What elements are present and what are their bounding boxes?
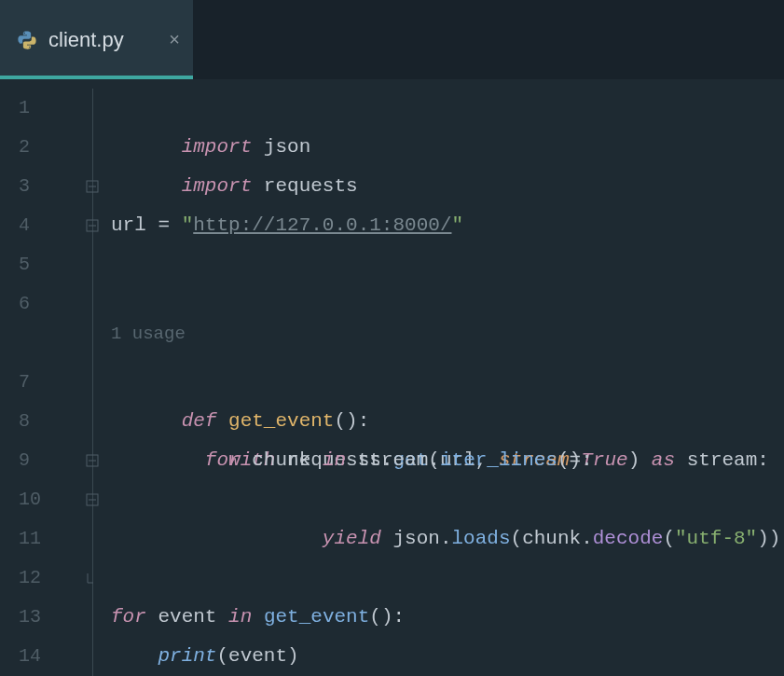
code-area[interactable]: import json import requests url = "http:… bbox=[89, 79, 784, 676]
line-number[interactable]: 14 bbox=[0, 637, 89, 676]
code-line[interactable] bbox=[89, 245, 784, 284]
code-line[interactable]: def get_event(): bbox=[89, 363, 784, 402]
code-line[interactable]: with requests.get(url, stream=True) as s… bbox=[89, 402, 784, 441]
tab-client-py[interactable]: client.py × bbox=[0, 0, 193, 79]
usage-hint-row: 1 usage bbox=[89, 324, 784, 363]
code-line[interactable]: import json bbox=[89, 89, 784, 128]
fold-icon[interactable] bbox=[86, 415, 99, 428]
tab-bar: client.py × bbox=[0, 0, 784, 79]
editor: 1 2 3 4 5 6 7 8 9 10 11 12 13 14 import … bbox=[0, 79, 784, 676]
fold-icon[interactable] bbox=[86, 141, 99, 154]
code-line[interactable] bbox=[89, 519, 784, 559]
line-number[interactable]: 11 bbox=[0, 519, 89, 559]
line-number[interactable]: 5 bbox=[0, 245, 89, 284]
code-line[interactable] bbox=[89, 559, 784, 598]
line-number[interactable]: 12 bbox=[0, 559, 89, 598]
code-line[interactable]: yield json.loads(chunk.decode("utf-8")) bbox=[89, 480, 784, 519]
fold-icon[interactable] bbox=[86, 102, 99, 115]
code-line[interactable]: print(event) bbox=[89, 637, 784, 676]
fold-end-icon[interactable] bbox=[86, 493, 99, 506]
usage-hint[interactable]: 1 usage bbox=[111, 324, 186, 344]
code-line[interactable]: for event in get_event(): bbox=[89, 598, 784, 637]
code-line[interactable]: for chunk in stream.iter_lines(): bbox=[89, 441, 784, 480]
code-line[interactable] bbox=[89, 284, 784, 324]
line-number[interactable]: 2 bbox=[0, 128, 89, 167]
line-number[interactable]: 1 bbox=[0, 89, 89, 128]
code-line[interactable]: url = "http://127.0.0.1:8000/" bbox=[89, 206, 784, 245]
line-number[interactable]: 3 bbox=[0, 167, 89, 206]
line-number-blank bbox=[0, 324, 89, 363]
line-number[interactable]: 10 bbox=[0, 480, 89, 519]
line-number[interactable]: 7 bbox=[0, 363, 89, 402]
code-line[interactable]: import requests bbox=[89, 128, 784, 167]
python-file-icon bbox=[17, 30, 37, 50]
tab-title: client.py bbox=[48, 28, 158, 52]
line-number[interactable]: 4 bbox=[0, 206, 89, 245]
code-line[interactable] bbox=[89, 167, 784, 206]
fold-icon[interactable] bbox=[86, 376, 99, 389]
line-number[interactable]: 9 bbox=[0, 441, 89, 480]
line-number[interactable]: 6 bbox=[0, 284, 89, 324]
line-number[interactable]: 13 bbox=[0, 598, 89, 637]
gutter: 1 2 3 4 5 6 7 8 9 10 11 12 13 14 bbox=[0, 79, 89, 676]
line-number[interactable]: 8 bbox=[0, 402, 89, 441]
close-icon[interactable]: × bbox=[169, 29, 180, 50]
